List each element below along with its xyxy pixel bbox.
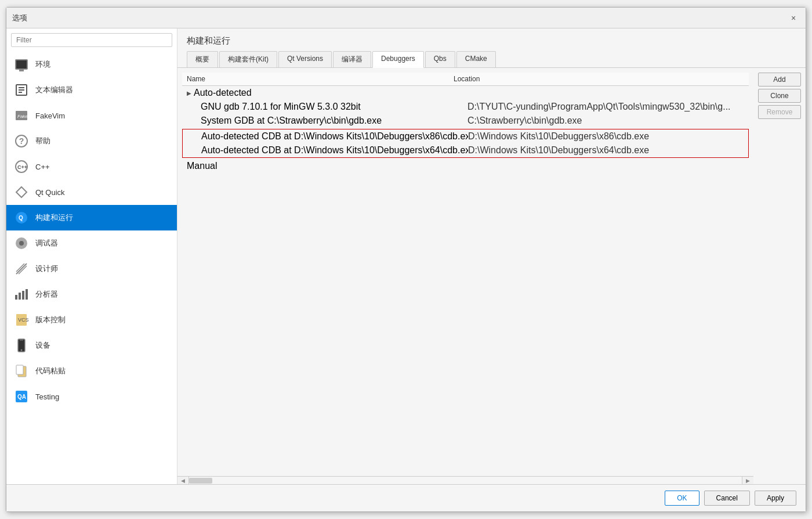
item-label: Manual — [187, 161, 217, 171]
remove-button[interactable]: Remove — [758, 105, 801, 119]
sidebar-item-analyzer[interactable]: 分析器 — [6, 282, 177, 307]
footer: OK Cancel Apply — [6, 484, 806, 511]
tab-compilers[interactable]: 编译器 — [333, 51, 371, 67]
vcs-icon: VCS — [13, 312, 30, 328]
actions-panel: Add Clone Remove — [753, 68, 806, 484]
design-icon — [13, 261, 30, 277]
table-header: Name Location — [182, 73, 749, 86]
table-row[interactable]: Auto-detected CDB at D:\Windows Kits\10\… — [183, 143, 748, 157]
apply-button[interactable]: Apply — [755, 491, 796, 506]
build-icon: Q — [13, 210, 30, 226]
table-row[interactable]: ▶ Auto-detected — [182, 86, 749, 100]
sidebar: 环境 文本编辑器 Fake FakeVim ? 帮助 — [6, 28, 177, 484]
svg-point-21 — [21, 349, 23, 351]
help-icon: ? — [13, 133, 30, 149]
sidebar-label-environment: 环境 — [35, 59, 50, 70]
dialog-title: 选项 — [12, 13, 27, 23]
title-bar: 选项 × — [6, 8, 806, 28]
dialog-body: 环境 文本编辑器 Fake FakeVim ? 帮助 — [6, 28, 806, 484]
sidebar-label-designer: 设计师 — [35, 264, 58, 274]
sidebar-label-build-run: 构建和运行 — [35, 212, 73, 223]
svg-point-12 — [19, 241, 24, 246]
svg-rect-15 — [22, 291, 24, 300]
sidebar-label-qt-quick: Qt Quick — [35, 188, 65, 197]
close-button[interactable]: × — [787, 12, 800, 24]
sidebar-item-vcs[interactable]: VCS 版本控制 — [6, 307, 177, 333]
monitor-icon — [13, 56, 30, 73]
sidebar-label-testing: Testing — [35, 392, 59, 401]
svg-text:QA: QA — [17, 394, 26, 400]
ok-button[interactable]: OK — [665, 491, 699, 506]
sidebar-item-device[interactable]: 设备 — [6, 333, 177, 358]
tab-debuggers[interactable]: Debuggers — [372, 51, 424, 68]
sidebar-label-paste: 代码粘贴 — [35, 366, 66, 376]
item-label: System GDB at C:\Strawberry\c\bin\gdb.ex… — [201, 116, 382, 126]
tab-qbs[interactable]: Qbs — [425, 51, 455, 67]
table-row[interactable]: GNU gdb 7.10.1 for MinGW 5.3.0 32bit D:\… — [182, 100, 749, 114]
analyze-icon — [13, 286, 30, 302]
scroll-right-button[interactable]: ▶ — [742, 477, 753, 485]
item-name: System GDB at C:\Strawberry\c\bin\gdb.ex… — [201, 116, 467, 126]
item-location: C:\Strawberry\c\bin\gdb.exe — [467, 116, 744, 126]
sidebar-item-cpp[interactable]: C++ C++ — [6, 154, 177, 179]
item-location: D:\Windows Kits\10\Debuggers\x86\cdb.exe — [468, 131, 744, 142]
sidebar-label-debugger: 调试器 — [35, 238, 58, 248]
device-icon — [13, 337, 30, 354]
svg-rect-23 — [16, 365, 23, 374]
svg-rect-14 — [19, 293, 21, 300]
svg-rect-13 — [15, 295, 17, 300]
sidebar-item-paste[interactable]: 代码粘贴 — [6, 358, 177, 384]
sidebar-item-build-run[interactable]: Q 构建和运行 — [6, 205, 177, 230]
tab-bar: 概要 构建套件(Kit) Qt Versions 编译器 Debuggers Q… — [177, 46, 806, 68]
sidebar-item-testing[interactable]: QA Testing — [6, 384, 177, 409]
tab-qt-versions[interactable]: Qt Versions — [278, 51, 332, 67]
table-row[interactable]: System GDB at C:\Strawberry\c\bin\gdb.ex… — [182, 114, 749, 128]
scroll-left-button[interactable]: ◀ — [177, 477, 189, 485]
sidebar-item-qt-quick[interactable]: Qt Quick — [6, 179, 177, 205]
sidebar-item-designer[interactable]: 设计师 — [6, 256, 177, 282]
sidebar-label-device: 设备 — [35, 340, 50, 351]
cancel-button[interactable]: Cancel — [704, 491, 750, 506]
table-row[interactable]: Manual — [182, 159, 749, 173]
main-panel: 构建和运行 概要 构建套件(Kit) Qt Versions 编译器 Debug… — [177, 28, 806, 484]
sidebar-item-fakevim[interactable]: Fake FakeVim — [6, 103, 177, 128]
highlighted-group: Auto-detected CDB at D:\Windows Kits\10\… — [182, 129, 749, 158]
content-area: Name Location ▶ Auto-detected — [177, 68, 806, 484]
item-label: Auto-detected CDB at D:\Windows Kits\10\… — [201, 131, 468, 142]
sidebar-label-text-editor: 文本编辑器 — [35, 85, 73, 95]
clone-button[interactable]: Clone — [758, 89, 801, 103]
svg-text:Fake: Fake — [17, 114, 28, 119]
item-location: D:\Windows Kits\10\Debuggers\x64\cdb.exe — [468, 145, 744, 156]
col-name-header: Name — [187, 75, 454, 83]
tab-cmake[interactable]: CMake — [456, 51, 496, 67]
add-button[interactable]: Add — [758, 73, 801, 86]
cpp-icon: C++ — [13, 158, 30, 175]
sidebar-label-help: 帮助 — [35, 136, 50, 146]
fakevim-icon: Fake — [13, 107, 30, 124]
qa-icon: QA — [13, 388, 30, 405]
item-name: Auto-detected CDB at D:\Windows Kits\10\… — [201, 145, 468, 156]
item-label: GNU gdb 7.10.1 for MinGW 5.3.0 32bit — [201, 102, 361, 112]
sidebar-item-help[interactable]: ? 帮助 — [6, 128, 177, 154]
sidebar-label-fakevim: FakeVim — [35, 111, 65, 120]
debuggers-table: Name Location ▶ Auto-detected — [177, 68, 753, 484]
item-location: D:\TYUT\C-yunding\ProgramApp\Qt\Tools\mi… — [467, 102, 744, 112]
scroll-thumb — [189, 478, 212, 484]
tab-overview[interactable]: 概要 — [187, 51, 218, 67]
svg-rect-16 — [26, 289, 28, 300]
col-location-header: Location — [454, 75, 744, 83]
expand-icon: ▶ — [187, 90, 191, 96]
table-row[interactable]: Auto-detected CDB at D:\Windows Kits\10\… — [183, 129, 748, 143]
sidebar-label-cpp: C++ — [35, 163, 50, 171]
sidebar-item-environment[interactable]: 环境 — [6, 52, 177, 77]
sidebar-item-text-editor[interactable]: 文本编辑器 — [6, 77, 177, 103]
group-label: Auto-detected — [194, 88, 252, 98]
svg-text:C++: C++ — [17, 164, 27, 170]
paste-icon — [13, 363, 30, 379]
tab-kits[interactable]: 构建套件(Kit) — [219, 51, 277, 67]
sidebar-label-vcs: 版本控制 — [35, 315, 66, 325]
filter-input[interactable] — [11, 33, 172, 47]
scroll-track — [189, 477, 742, 484]
horizontal-scrollbar[interactable]: ◀ ▶ — [177, 476, 753, 484]
sidebar-item-debugger[interactable]: 调试器 — [6, 230, 177, 256]
